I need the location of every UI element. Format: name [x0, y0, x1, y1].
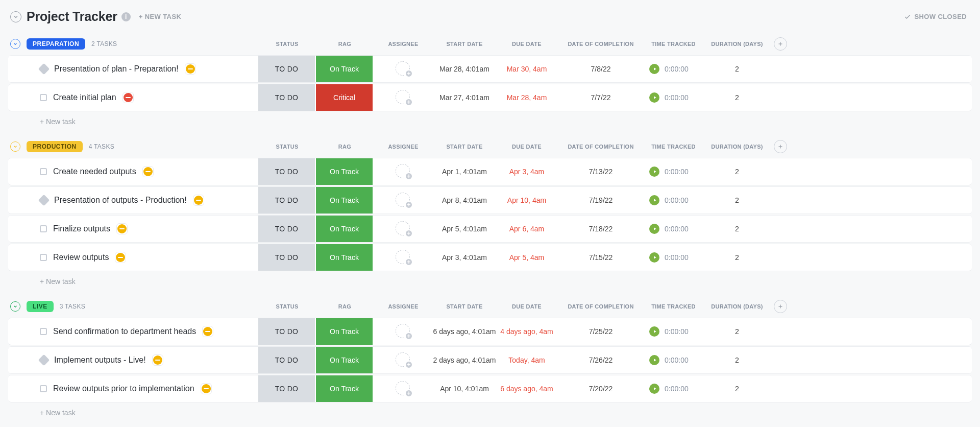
col-completion[interactable]: DATE OF COMPLETION — [557, 144, 644, 150]
play-icon[interactable] — [649, 195, 659, 205]
time-tracked[interactable]: 0:00:00 — [644, 375, 703, 402]
play-icon[interactable] — [649, 167, 659, 177]
assignee-empty[interactable]: + — [396, 381, 411, 396]
col-due[interactable]: DUE DATE — [496, 303, 557, 310]
rag-badge[interactable] — [193, 195, 204, 206]
start-date[interactable]: Mar 28, 4:01am — [433, 56, 496, 82]
assignee-empty[interactable]: + — [396, 164, 411, 179]
task-row[interactable]: Finalize outputs TO DO On Track + Apr 5,… — [8, 215, 972, 243]
task-row[interactable]: Review outputs prior to implementation T… — [8, 375, 972, 402]
col-assignee[interactable]: ASSIGNEE — [374, 41, 433, 47]
assignee-cell[interactable]: + — [374, 244, 433, 271]
assignee-cell[interactable]: + — [374, 318, 433, 345]
due-date[interactable]: 6 days ago, 4am — [496, 375, 557, 402]
play-icon[interactable] — [649, 224, 659, 234]
col-status[interactable]: STATUS — [258, 144, 316, 150]
group-pill[interactable]: LIVE — [27, 301, 54, 312]
assignee-empty[interactable]: + — [396, 61, 411, 77]
info-icon[interactable]: i — [121, 12, 131, 21]
duration[interactable]: 2 — [703, 244, 771, 271]
col-rag[interactable]: RAG — [316, 41, 374, 47]
col-due[interactable]: DUE DATE — [496, 144, 557, 150]
task-row[interactable]: Create needed outputs TO DO On Track + A… — [8, 158, 972, 185]
start-date[interactable]: Apr 1, 4:01am — [433, 158, 496, 185]
task-status-icon[interactable] — [40, 385, 47, 392]
duration[interactable]: 2 — [703, 375, 771, 402]
time-tracked[interactable]: 0:00:00 — [644, 158, 703, 185]
task-row[interactable]: Create initial plan TO DO Critical + Mar… — [8, 84, 972, 111]
assignee-empty[interactable]: + — [396, 221, 411, 236]
col-duration[interactable]: DURATION (DAYS) — [703, 41, 771, 47]
assignee-empty[interactable]: + — [396, 352, 411, 368]
rag-cell[interactable]: On Track — [316, 56, 374, 82]
due-date[interactable]: Apr 5, 4am — [496, 244, 557, 271]
col-time[interactable]: TIME TRACKED — [644, 303, 703, 310]
col-add[interactable] — [771, 37, 790, 51]
new-task-row[interactable]: + New task — [8, 271, 972, 287]
status-cell[interactable]: TO DO — [258, 244, 316, 271]
assignee-empty[interactable]: + — [396, 250, 411, 265]
task-name[interactable]: Create initial plan — [53, 93, 116, 102]
show-closed-button[interactable]: SHOW CLOSED — [904, 13, 972, 20]
assignee-cell[interactable]: + — [374, 187, 433, 214]
task-name[interactable]: Create needed outputs — [53, 167, 136, 176]
task-name[interactable]: Review outputs — [53, 253, 109, 262]
completion-date[interactable]: 7/8/22 — [557, 56, 644, 82]
assignee-cell[interactable]: + — [374, 158, 433, 185]
due-date[interactable]: Apr 6, 4am — [496, 216, 557, 242]
assignee-cell[interactable]: + — [374, 216, 433, 242]
add-column-icon[interactable] — [774, 300, 787, 313]
task-name[interactable]: Presentation of outputs - Production! — [54, 196, 187, 205]
rag-badge[interactable] — [202, 326, 213, 337]
col-completion[interactable]: DATE OF COMPLETION — [557, 303, 644, 310]
task-row[interactable]: Send confirmation to department heads TO… — [8, 318, 972, 345]
play-icon[interactable] — [649, 384, 659, 394]
play-icon[interactable] — [649, 326, 659, 337]
status-cell[interactable]: TO DO — [258, 187, 316, 214]
rag-cell[interactable]: On Track — [316, 158, 374, 185]
time-tracked[interactable]: 0:00:00 — [644, 318, 703, 345]
col-start[interactable]: START DATE — [433, 144, 496, 150]
col-add[interactable] — [771, 300, 790, 313]
due-date[interactable]: Today, 4am — [496, 347, 557, 373]
chevron-down-icon[interactable] — [10, 301, 20, 312]
time-tracked[interactable]: 0:00:00 — [644, 216, 703, 242]
rag-cell[interactable]: On Track — [316, 375, 374, 402]
duration[interactable]: 2 — [703, 187, 771, 214]
due-date[interactable]: Apr 3, 4am — [496, 158, 557, 185]
start-date[interactable]: Apr 5, 4:01am — [433, 216, 496, 242]
time-tracked[interactable]: 0:00:00 — [644, 187, 703, 214]
task-name[interactable]: Finalize outputs — [53, 224, 110, 233]
duration[interactable]: 2 — [703, 158, 771, 185]
new-task-button[interactable]: + NEW TASK — [139, 13, 182, 20]
start-date[interactable]: 2 days ago, 4:01am — [433, 347, 496, 373]
col-assignee[interactable]: ASSIGNEE — [374, 144, 433, 150]
task-row[interactable]: Review outputs TO DO On Track + Apr 3, 4… — [8, 244, 972, 271]
col-rag[interactable]: RAG — [316, 144, 374, 150]
time-tracked[interactable]: 0:00:00 — [644, 244, 703, 271]
start-date[interactable]: Apr 8, 4:01am — [433, 187, 496, 214]
start-date[interactable]: Mar 27, 4:01am — [433, 84, 496, 111]
time-tracked[interactable]: 0:00:00 — [644, 56, 703, 82]
status-cell[interactable]: TO DO — [258, 375, 316, 402]
new-task-row[interactable]: + New task — [8, 111, 972, 127]
completion-date[interactable]: 7/25/22 — [557, 318, 644, 345]
col-due[interactable]: DUE DATE — [496, 41, 557, 47]
play-icon[interactable] — [649, 252, 659, 263]
task-name[interactable]: Presentation of plan - Preparation! — [54, 64, 179, 74]
col-add[interactable] — [771, 140, 790, 153]
duration[interactable]: 2 — [703, 216, 771, 242]
status-cell[interactable]: TO DO — [258, 56, 316, 82]
rag-cell[interactable]: On Track — [316, 216, 374, 242]
new-task-row[interactable]: + New task — [8, 402, 972, 418]
start-date[interactable]: Apr 10, 4:01am — [433, 375, 496, 402]
completion-date[interactable]: 7/15/22 — [557, 244, 644, 271]
task-row[interactable]: Implement outputs - Live! TO DO On Track… — [8, 346, 972, 374]
duration[interactable]: 2 — [703, 347, 771, 373]
status-cell[interactable]: TO DO — [258, 318, 316, 345]
rag-badge[interactable] — [185, 63, 196, 75]
collapse-all-icon[interactable] — [10, 11, 21, 22]
completion-date[interactable]: 7/20/22 — [557, 375, 644, 402]
rag-cell[interactable]: On Track — [316, 244, 374, 271]
duration[interactable]: 2 — [703, 84, 771, 111]
